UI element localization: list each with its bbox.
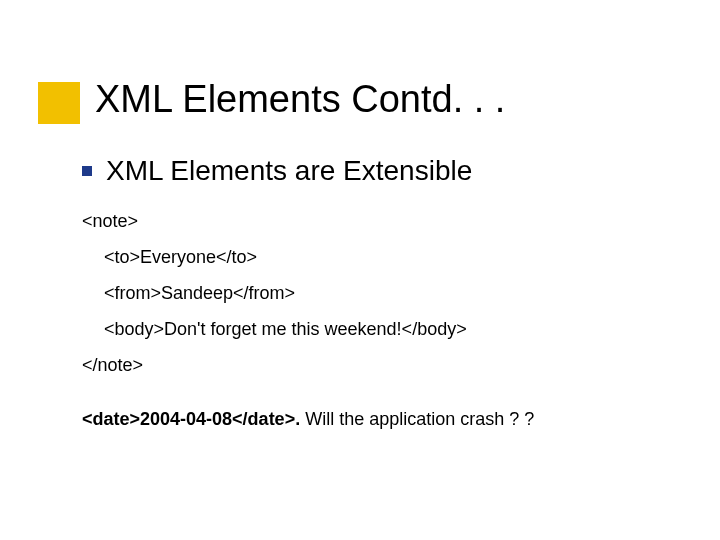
code-line-from: <from>Sandeep</from> (82, 275, 662, 311)
question-line: <date>2004-04-08</date>. Will the applic… (82, 409, 662, 430)
code-line-note-open: <note> (82, 203, 662, 239)
bullet-text: XML Elements are Extensible (106, 155, 472, 187)
content-area: XML Elements are Extensible <note> <to>E… (82, 155, 662, 430)
question-rest: Will the application crash ? ? (300, 409, 534, 429)
code-line-body: <body>Don't forget me this weekend!</bod… (82, 311, 662, 347)
bullet-row: XML Elements are Extensible (82, 155, 662, 187)
bullet-icon (82, 166, 92, 176)
question-bold: <date>2004-04-08</date>. (82, 409, 300, 429)
slide: XML Elements Contd. . . XML Elements are… (0, 0, 720, 540)
code-line-to: <to>Everyone</to> (82, 239, 662, 275)
code-line-note-close: </note> (82, 347, 662, 383)
xml-code-block: <note> <to>Everyone</to> <from>Sandeep</… (82, 203, 662, 383)
slide-title: XML Elements Contd. . . (95, 78, 505, 121)
title-accent-square (38, 82, 80, 124)
